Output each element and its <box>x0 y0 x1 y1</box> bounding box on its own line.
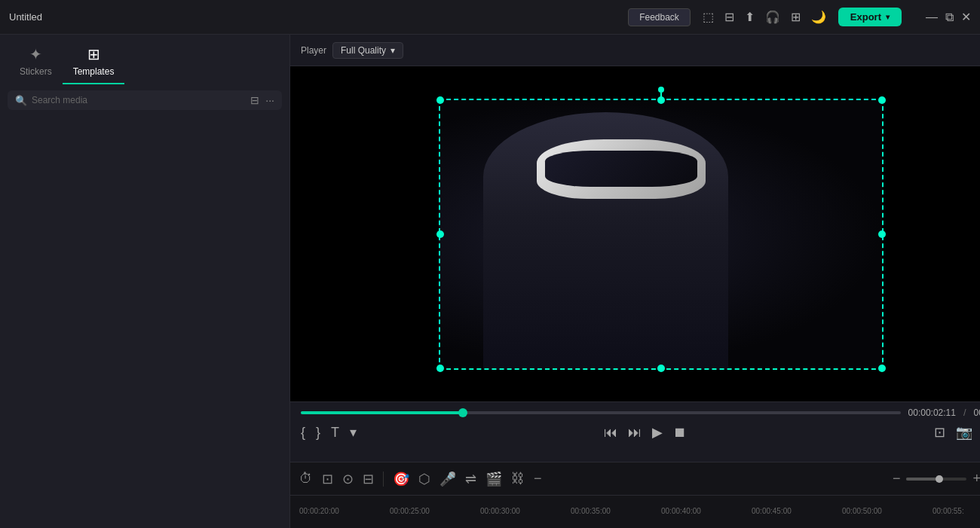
zoom-slider[interactable] <box>906 478 966 481</box>
moon-icon[interactable]: 🌙 <box>811 10 826 24</box>
minimize-button[interactable]: — <box>926 11 938 24</box>
export-button[interactable]: Export ▾ <box>838 8 902 26</box>
quality-select[interactable]: Full Quality ▾ <box>332 42 403 59</box>
video-image <box>439 99 884 370</box>
player-toolbar: Player Full Quality ▾ ⊡ <box>290 35 980 66</box>
search-actions: ⊟ ··· <box>250 94 274 106</box>
split-icon[interactable]: ⊟ <box>363 471 374 487</box>
ruler-section: 00:00:40:00 <box>661 507 752 518</box>
topbar: Untitled Feedback ⬚ ⊟ ⬆ 🎧 ⊞ 🌙 Export ▾ —… <box>0 0 980 35</box>
zoom-in-button[interactable]: + <box>972 471 980 487</box>
search-input[interactable] <box>32 95 246 105</box>
link-icon[interactable]: ⛓ <box>511 471 525 487</box>
progress-fill <box>301 411 463 414</box>
quality-chevron-icon: ▾ <box>390 45 395 56</box>
time-divider: / <box>963 407 966 418</box>
progress-bar[interactable] <box>301 411 901 414</box>
ruler-label: 00:00:25:00 <box>390 507 430 515</box>
stickers-tab-icon: ✦ <box>29 45 42 63</box>
stickers-tab-label: Stickers <box>20 66 52 77</box>
ruler-marks: 00:00:20:0000:00:25:0000:00:30:0000:00:3… <box>299 507 980 518</box>
quality-value: Full Quality <box>341 45 386 56</box>
text-tool-chevron[interactable]: ▾ <box>350 424 357 441</box>
topbar-left: Untitled <box>9 11 42 23</box>
snapshot-button[interactable]: 📷 <box>956 424 972 441</box>
left-panel: ✦ Stickers ⊞ Templates 🔍 ⊟ ··· <box>0 35 290 528</box>
ruler-section: 00:00:45:00 <box>752 507 842 518</box>
timeline-bar: ⏱ ⊡ ⊙ ⊟ 🎯 ⬡ 🎤 ⇌ 🎬 ⛓ − − + <box>290 462 980 528</box>
step-back-button[interactable]: ⏮ <box>604 425 617 441</box>
ruler-section: 00:00:55: <box>933 507 980 518</box>
search-bar: 🔍 ⊟ ··· <box>8 90 282 110</box>
topbar-icons: ⬚ ⊟ ⬆ 🎧 ⊞ 🌙 <box>703 10 826 24</box>
separator-1 <box>383 472 384 487</box>
maximize-button[interactable]: ⧉ <box>945 11 954 24</box>
ruler-section: 00:00:35:00 <box>571 507 661 518</box>
fit-screen-icon[interactable]: ⊡ <box>322 471 333 487</box>
tab-stickers[interactable]: ✦ Stickers <box>9 41 63 84</box>
minus-icon[interactable]: − <box>534 471 542 487</box>
main-content: ✦ Stickers ⊞ Templates 🔍 ⊟ ··· Player <box>0 35 980 528</box>
video-frame <box>439 99 884 370</box>
controls-row: { } T ▾ ⏮ ⏭ ▶ ⏹ ⊡ 📷 🔊 ⤢ <box>301 424 980 441</box>
player-controls: 00:00:02:11 / 00:00:16:06 { } T ▾ ⏮ ⏭ ▶ … <box>290 401 980 462</box>
ruler-label: 00:00:55: <box>933 507 964 515</box>
target-icon[interactable]: 🎯 <box>393 471 409 487</box>
tab-templates[interactable]: ⊞ Templates <box>63 41 125 84</box>
ruler-section: 00:00:25:00 <box>390 507 480 518</box>
timeline-ruler: 00:00:20:0000:00:25:0000:00:30:0000:00:3… <box>290 496 980 528</box>
templates-tab-label: Templates <box>73 66 115 77</box>
cloud-upload-icon[interactable]: ⬆ <box>745 10 755 24</box>
video-canvas <box>290 66 980 401</box>
timeline-tools: ⏱ ⊡ ⊙ ⊟ 🎯 ⬡ 🎤 ⇌ 🎬 ⛓ − − + <box>290 462 980 496</box>
text-tool-button[interactable]: T <box>331 425 339 441</box>
ruler-label: 00:00:35:00 <box>571 507 611 515</box>
bg-person <box>728 153 862 370</box>
ruler-label: 00:00:45:00 <box>752 507 792 515</box>
ctrl-center: ⏮ ⏭ ▶ ⏹ <box>604 424 687 441</box>
player-left: Player Full Quality ▾ <box>301 42 403 59</box>
align-icon[interactable]: ⇌ <box>465 471 476 487</box>
frame-forward-button[interactable]: ⏭ <box>628 425 642 441</box>
more-options-icon[interactable]: ··· <box>265 94 274 106</box>
ctrl-right: ⊡ 📷 🔊 ⤢ <box>934 424 980 441</box>
drag-handle-dot <box>658 87 664 93</box>
stop-button[interactable]: ⏹ <box>673 425 687 441</box>
ruler-section: 00:00:30:00 <box>480 507 571 518</box>
monitor-icon[interactable]: ⬚ <box>703 10 714 24</box>
templates-tab-icon: ⊞ <box>87 45 100 63</box>
close-button[interactable]: ✕ <box>961 10 971 24</box>
screen-fit-button[interactable]: ⊡ <box>934 424 945 441</box>
headset-icon[interactable]: 🎧 <box>765 10 780 24</box>
zoom-slider-thumb[interactable] <box>936 475 943 483</box>
topbar-center: Feedback ⬚ ⊟ ⬆ 🎧 ⊞ 🌙 Export ▾ — ⧉ ✕ <box>628 8 971 26</box>
shape-icon[interactable]: ⬡ <box>418 471 430 487</box>
export-label: Export <box>850 11 881 23</box>
mark-out-button[interactable]: } <box>316 425 320 441</box>
player-label: Player <box>301 45 326 56</box>
current-time: 00:00:02:11 <box>908 407 956 418</box>
progress-row: 00:00:02:11 / 00:00:16:06 <box>301 407 980 418</box>
filter-icon[interactable]: ⊟ <box>250 94 259 106</box>
auto-icon[interactable]: ⊙ <box>342 471 354 487</box>
ruler-label: 00:00:20:00 <box>299 507 339 515</box>
feedback-button[interactable]: Feedback <box>628 8 691 26</box>
ruler-label: 00:00:30:00 <box>480 507 520 515</box>
ruler-label: 00:00:40:00 <box>661 507 701 515</box>
ruler-label: 00:00:50:00 <box>842 507 882 515</box>
total-time: 00:00:16:06 <box>974 407 980 418</box>
vr-headset <box>537 139 706 199</box>
progress-thumb[interactable] <box>458 408 467 417</box>
left-media-content <box>0 116 289 528</box>
grid-icon[interactable]: ⊞ <box>791 10 801 24</box>
film-icon[interactable]: 🎬 <box>485 471 502 487</box>
zoom-control: − + <box>893 471 980 487</box>
zoom-out-button[interactable]: − <box>893 471 901 487</box>
search-icon: 🔍 <box>15 95 27 106</box>
mark-in-button[interactable]: { <box>301 425 305 441</box>
history-icon[interactable]: ⏱ <box>299 471 313 487</box>
save-icon[interactable]: ⊟ <box>724 10 734 24</box>
ctrl-left: { } T ▾ <box>301 424 357 441</box>
mic-icon[interactable]: 🎤 <box>439 471 456 487</box>
play-button[interactable]: ▶ <box>652 424 663 441</box>
